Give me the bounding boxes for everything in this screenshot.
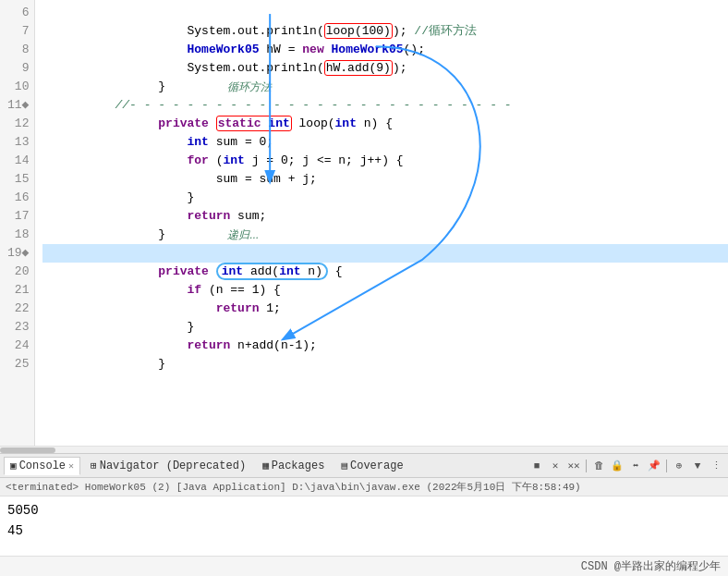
code-line-14: sum = sum + j; <box>42 152 728 170</box>
clear-button[interactable]: 🗑 <box>590 458 607 474</box>
code-line-25 <box>42 355 728 374</box>
code-line-13: for (int j = 0; j <= n; j++) { <box>42 133 728 152</box>
tab-navigator-label: Navigator (Deprecated) <box>100 460 246 472</box>
code-line-7: HomeWork05 hW = new HomeWork05(); <box>42 22 728 41</box>
code-line-18: //- - - - - - - - - - - - - - - - - - - … <box>42 226 728 244</box>
horizontal-scrollbar[interactable] <box>0 446 728 453</box>
code-line-15: } <box>42 170 728 189</box>
code-line-11: private static int loop(int n) { <box>42 96 728 115</box>
console-output: 5050 45 <box>0 496 728 556</box>
code-line-23: return n+add(n-1); <box>42 318 728 337</box>
code-line-16: return sum; <box>42 189 728 207</box>
watermark: CSDN @半路出家的编程少年 <box>0 556 728 576</box>
code-line-24: } <box>42 337 728 355</box>
tab-packages[interactable]: ▦ Packages <box>256 457 331 475</box>
code-line-19: private int add(int n) { <box>42 244 728 263</box>
tab-console-badge: ✕ <box>68 460 74 472</box>
tab-navigator[interactable]: ⊞ Navigator (Deprecated) <box>84 457 252 475</box>
code-line-22: } <box>42 300 728 318</box>
tab-console-label: Console <box>19 460 66 472</box>
code-line-12: int sum = 0; <box>42 115 728 133</box>
terminate-button[interactable]: ✕ <box>547 458 564 474</box>
stop-button[interactable]: ■ <box>528 458 545 474</box>
code-line-9: } <box>42 59 728 78</box>
code-editor: 6 7 8 9 10 11◆ 12 13 14 15 16 17 18 19◆ … <box>0 0 728 453</box>
more-button[interactable]: ⋮ <box>708 458 724 474</box>
output-line-2: 45 <box>7 521 721 541</box>
code-line-20: if (n == 1) { <box>42 263 728 281</box>
new-console-button[interactable]: ⊕ <box>671 458 687 474</box>
code-content: System.out.println(loop(100)); //循环方法 Ho… <box>35 0 728 446</box>
word-wrap-button[interactable]: ⬌ <box>627 458 644 474</box>
tab-coverage[interactable]: ▤ Coverage <box>334 457 409 475</box>
tab-console[interactable]: ▣ Console ✕ <box>4 457 80 475</box>
separator2 <box>666 460 667 472</box>
navigator-icon: ⊞ <box>91 460 97 472</box>
coverage-icon: ▤ <box>341 460 347 472</box>
view-menu-button[interactable]: ▼ <box>689 458 706 474</box>
code-line-6: System.out.println(loop(100)); //循环方法 <box>42 4 728 22</box>
console-toolbar: ■ ✕ ✕✕ 🗑 🔒 ⬌ 📌 ⊕ ▼ ⋮ <box>528 458 724 474</box>
line-numbers: 6 7 8 9 10 11◆ 12 13 14 15 16 17 18 19◆ … <box>0 0 35 446</box>
output-line-1: 5050 <box>7 500 721 521</box>
tab-coverage-label: Coverage <box>350 460 404 472</box>
code-line-10: //- - - - - - - - - - - - - - - - - - - … <box>42 78 728 96</box>
code-line-8: System.out.println(hW.add(9)); <box>42 41 728 59</box>
pin-button[interactable]: 📌 <box>646 458 662 474</box>
separator <box>586 460 587 472</box>
scroll-lock-button[interactable]: 🔒 <box>609 458 625 474</box>
console-panel: ▣ Console ✕ ⊞ Navigator (Deprecated) ▦ P… <box>0 453 728 576</box>
console-terminated-info: <terminated> HomeWork05 (2) [Java Applic… <box>0 478 728 496</box>
code-line-17: } <box>42 207 728 226</box>
console-icon: ▣ <box>10 460 17 472</box>
console-tabs-bar: ▣ Console ✕ ⊞ Navigator (Deprecated) ▦ P… <box>0 454 728 478</box>
packages-icon: ▦ <box>262 460 269 472</box>
code-line-21: return 1; <box>42 281 728 300</box>
tab-packages-label: Packages <box>272 460 325 472</box>
scrollbar-thumb[interactable] <box>0 447 55 453</box>
remove-button[interactable]: ✕✕ <box>565 458 582 474</box>
